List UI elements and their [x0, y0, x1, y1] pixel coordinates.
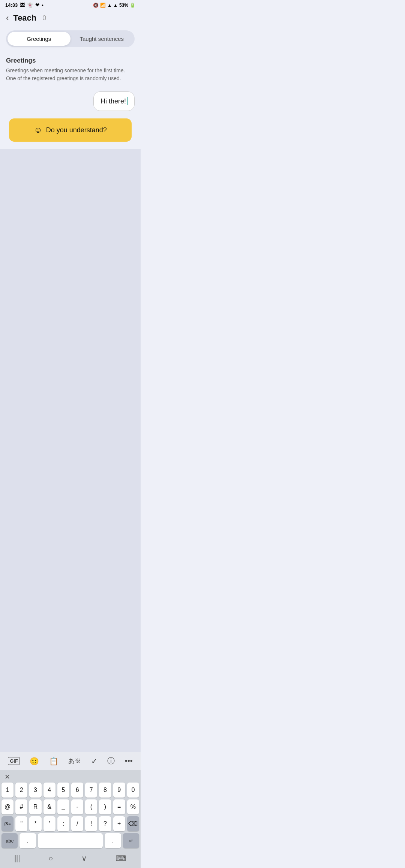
- keyboard: ✕ 1 2 3 4 5 6 7 8 9 0 @ # R & _ - ( ) = …: [0, 770, 141, 850]
- key-question[interactable]: ?: [99, 816, 111, 831]
- tab-taught-sentences[interactable]: Taught sentences: [70, 32, 134, 46]
- status-bar: 14:33 🖼 👻 ❤ • 🔇 📶 ▲ ▲ 53% 🔋: [0, 0, 141, 10]
- key-dash[interactable]: -: [71, 799, 83, 814]
- key-R[interactable]: R: [29, 799, 41, 814]
- nav-back[interactable]: ∨: [81, 854, 87, 863]
- key-hash[interactable]: #: [15, 799, 27, 814]
- time: 14:33: [5, 2, 18, 8]
- heart-icon: ❤: [35, 2, 39, 8]
- key-symbols-toggle[interactable]: {&=: [2, 816, 14, 831]
- keyboard-close-row: ✕: [2, 772, 139, 783]
- symbol-row-2: {&= " * ' : / ! ? + ⌫: [2, 816, 139, 831]
- key-4[interactable]: 4: [44, 783, 56, 798]
- key-space[interactable]: [38, 833, 103, 848]
- key-comma[interactable]: ,: [20, 833, 36, 848]
- key-colon[interactable]: :: [57, 816, 69, 831]
- key-at[interactable]: @: [2, 799, 14, 814]
- key-equals[interactable]: =: [113, 799, 125, 814]
- number-row: 1 2 3 4 5 6 7 8 9 0: [2, 783, 139, 798]
- info-icon[interactable]: ⓘ: [107, 756, 115, 766]
- more-icon[interactable]: •••: [125, 757, 133, 765]
- signal-lte1-icon: ▲: [107, 3, 112, 8]
- bottom-row: abc , . ↵: [2, 833, 139, 848]
- battery-label: 53%: [119, 3, 128, 8]
- gif-button[interactable]: GIF: [8, 757, 20, 765]
- key-2[interactable]: 2: [15, 783, 27, 798]
- section-description: Greetings when meeting someone for the f…: [6, 67, 135, 82]
- bottom-nav: ||| ○ ∨ ⌨: [0, 850, 141, 868]
- key-enter[interactable]: ↵: [123, 833, 139, 848]
- keyboard-close-button[interactable]: ✕: [4, 773, 10, 781]
- sticker-icon[interactable]: 🙂: [30, 757, 39, 766]
- key-period[interactable]: .: [105, 833, 121, 848]
- key-asterisk[interactable]: *: [29, 816, 41, 831]
- chat-text: Hi there!: [100, 97, 126, 105]
- key-7[interactable]: 7: [85, 783, 97, 798]
- checkmark-icon[interactable]: ✓: [91, 757, 98, 766]
- section-content: Greetings Greetings when meeting someone…: [0, 53, 141, 88]
- wifi-icon: 📶: [100, 3, 106, 8]
- key-ampersand[interactable]: &: [44, 799, 56, 814]
- section-title: Greetings: [6, 57, 135, 64]
- nav-keyboard[interactable]: ⌨: [116, 854, 126, 863]
- key-percent[interactable]: %: [127, 799, 139, 814]
- key-6[interactable]: 6: [71, 783, 83, 798]
- nav-home[interactable]: ○: [48, 854, 53, 863]
- key-quote[interactable]: ": [15, 816, 27, 831]
- chat-area: Hi there!: [0, 88, 141, 117]
- key-underscore[interactable]: _: [57, 799, 69, 814]
- key-3[interactable]: 3: [29, 783, 41, 798]
- tab-switcher: Greetings Taught sentences: [6, 30, 135, 47]
- cta-label: Do you understand?: [46, 126, 107, 134]
- page-count: 0: [42, 14, 46, 22]
- key-slash[interactable]: /: [71, 816, 83, 831]
- content-spacer: [0, 149, 141, 752]
- key-lparen[interactable]: (: [85, 799, 97, 814]
- key-5[interactable]: 5: [57, 783, 69, 798]
- back-button[interactable]: ‹: [6, 13, 9, 23]
- translate-icon[interactable]: あ※: [68, 757, 81, 765]
- smiley-icon: ☺: [34, 125, 42, 135]
- signal-lte2-icon: ▲: [113, 3, 118, 8]
- key-abc-toggle[interactable]: abc: [2, 833, 18, 848]
- battery-icon: 🔋: [130, 3, 135, 8]
- photo-icon: 🖼: [20, 2, 25, 8]
- symbol-row-1: @ # R & _ - ( ) = %: [2, 799, 139, 814]
- page-title: Teach: [13, 13, 36, 23]
- tab-greetings[interactable]: Greetings: [8, 32, 70, 46]
- nav-recent-apps[interactable]: |||: [14, 854, 20, 863]
- cta-area: ☺ Do you understand?: [0, 117, 141, 149]
- text-cursor: [127, 97, 128, 105]
- keyboard-toolbar: GIF 🙂 📋 あ※ ✓ ⓘ •••: [0, 752, 141, 770]
- mute-icon: 🔇: [93, 3, 99, 8]
- key-apostrophe[interactable]: ': [44, 816, 56, 831]
- chat-bubble[interactable]: Hi there!: [93, 91, 135, 111]
- do-you-understand-button[interactable]: ☺ Do you understand?: [9, 118, 132, 142]
- clipboard-icon[interactable]: 📋: [49, 757, 58, 766]
- top-bar: ‹ Teach 0: [0, 10, 141, 27]
- key-backspace[interactable]: ⌫: [127, 816, 139, 831]
- key-8[interactable]: 8: [99, 783, 111, 798]
- status-left: 14:33 🖼 👻 ❤ •: [5, 2, 44, 8]
- key-0[interactable]: 0: [127, 783, 139, 798]
- key-1[interactable]: 1: [2, 783, 14, 798]
- key-plus[interactable]: +: [113, 816, 125, 831]
- status-right: 🔇 📶 ▲ ▲ 53% 🔋: [93, 3, 135, 8]
- dot-icon: •: [42, 2, 44, 8]
- key-rparen[interactable]: ): [99, 799, 111, 814]
- key-9[interactable]: 9: [113, 783, 125, 798]
- key-exclamation[interactable]: !: [85, 816, 97, 831]
- snapchat-icon: 👻: [27, 2, 33, 8]
